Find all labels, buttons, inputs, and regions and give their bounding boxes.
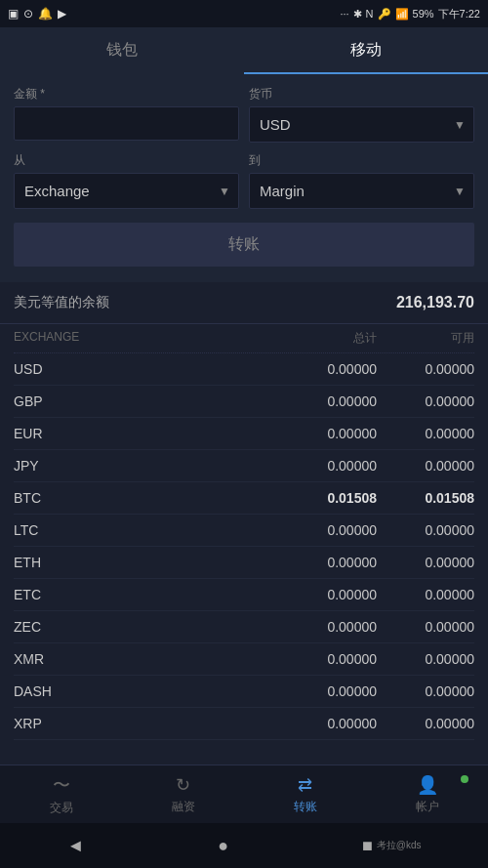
asset-table: EXCHANGE 总计 可用 USD 0.00000 0.00000 GBP 0… [0, 324, 488, 757]
nav-label-account: 帐户 [416, 799, 439, 815]
asset-total: 0.00000 [279, 426, 377, 441]
from-label: 从 [14, 152, 239, 169]
nav-label-trade: 交易 [50, 800, 73, 816]
app-icon-2: ⊙ [23, 7, 33, 21]
main-tab-bar: 钱包 移动 [0, 27, 488, 74]
asset-available: 0.00000 [377, 651, 474, 667]
nav-item-trade[interactable]: 〜 交易 [0, 765, 122, 823]
currency-label: 货币 [249, 86, 474, 103]
asset-total: 0.00000 [279, 458, 377, 474]
table-row: LTC 0.00000 0.00000 [14, 515, 474, 547]
android-navigation: ◄ ● ■ 考拉@kds [0, 823, 488, 868]
status-left-icons: ▣ ⊙ 🔔 ▶ [8, 7, 66, 21]
battery-text: 59% [413, 8, 434, 20]
android-recents-button[interactable]: ■ [362, 836, 373, 856]
table-row: EUR 0.00000 0.00000 [14, 418, 474, 450]
asset-total: 0.00000 [279, 522, 377, 538]
asset-total: 0.00000 [279, 651, 377, 667]
android-back-button[interactable]: ◄ [66, 836, 84, 856]
from-group: 从 Exchange ▼ [14, 152, 239, 209]
transfer-icon: ⇄ [298, 774, 312, 796]
watermark-text: 考拉@kds [377, 839, 422, 852]
signal-icon: 📶 [395, 8, 409, 21]
nfc-icon: N [366, 8, 374, 20]
asset-available: 0.00000 [377, 587, 474, 602]
table-row: BTC 0.01508 0.01508 [14, 482, 474, 515]
nav-item-transfer[interactable]: ⇄ 转账 [244, 765, 366, 823]
currency-group: 货币 USD ▼ [249, 86, 474, 143]
to-label: 到 [249, 152, 474, 169]
table-row: USD 0.00000 0.00000 [14, 353, 474, 386]
transfer-button[interactable]: 转账 [14, 223, 474, 267]
table-rows: USD 0.00000 0.00000 GBP 0.00000 0.00000 … [14, 353, 474, 740]
asset-name: GBP [14, 393, 279, 409]
android-home-button[interactable]: ● [218, 836, 228, 856]
balance-value: 216,193.70 [396, 294, 474, 311]
balance-label: 美元等值的余额 [14, 294, 109, 311]
asset-name: XMR [14, 651, 279, 667]
amount-currency-row: 金额 * 货币 USD ▼ [14, 86, 474, 143]
asset-available: 0.00000 [377, 555, 474, 570]
bluetooth-icon: ✱ [353, 8, 362, 21]
asset-available: 0.00000 [377, 458, 474, 474]
asset-name: LTC [14, 522, 279, 538]
nav-label-funding: 融资 [172, 799, 195, 815]
asset-available: 0.01508 [377, 490, 474, 506]
asset-total: 0.01508 [279, 490, 377, 506]
app-icon-1: ▣ [8, 7, 19, 21]
currency-value: USD [250, 107, 473, 142]
dots-icon: ··· [340, 8, 348, 20]
from-to-row: 从 Exchange ▼ 到 Margin ▼ [14, 152, 474, 209]
nav-item-funding[interactable]: ↻ 融资 [122, 765, 244, 823]
nav-item-account[interactable]: 👤 帐户 [366, 765, 488, 823]
asset-name: DASH [14, 683, 279, 699]
available-col-header: 可用 [377, 330, 474, 347]
table-row: XMR 0.00000 0.00000 [14, 643, 474, 676]
asset-available: 0.00000 [377, 522, 474, 538]
account-online-dot [461, 775, 468, 783]
asset-name: ZEC [14, 619, 279, 635]
table-row: GBP 0.00000 0.00000 [14, 386, 474, 418]
asset-total: 0.00000 [279, 393, 377, 409]
asset-total: 0.00000 [279, 683, 377, 699]
asset-available: 0.00000 [377, 361, 474, 377]
notification-icon: 🔔 [38, 7, 53, 21]
status-bar: ▣ ⊙ 🔔 ▶ ··· ✱ N 🔑 📶 59% 下午7:22 [0, 0, 488, 27]
table-header-row: EXCHANGE 总计 可用 [14, 324, 474, 353]
asset-available: 0.00000 [377, 393, 474, 409]
trade-icon: 〜 [53, 773, 70, 797]
table-row: ETC 0.00000 0.00000 [14, 579, 474, 611]
table-row: ETH 0.00000 0.00000 [14, 547, 474, 579]
amount-label: 金额 * [14, 86, 239, 103]
from-value: Exchange [15, 174, 238, 208]
amount-input[interactable] [14, 106, 239, 141]
status-right-info: ··· ✱ N 🔑 📶 59% 下午7:22 [340, 7, 480, 21]
asset-name: ETC [14, 587, 279, 602]
play-icon: ▶ [58, 7, 66, 21]
currency-select[interactable]: USD ▼ [249, 106, 474, 143]
asset-name: JPY [14, 458, 279, 474]
to-group: 到 Margin ▼ [249, 152, 474, 209]
balance-section: 美元等值的余额 216,193.70 [0, 282, 488, 324]
tab-wallet[interactable]: 钱包 [0, 27, 244, 74]
tab-move[interactable]: 移动 [244, 27, 488, 74]
from-select[interactable]: Exchange ▼ [14, 173, 239, 209]
amount-group: 金额 * [14, 86, 239, 143]
to-select[interactable]: Margin ▼ [249, 173, 474, 209]
asset-total: 0.00000 [279, 716, 377, 731]
asset-name: ETH [14, 555, 279, 570]
asset-name: EUR [14, 426, 279, 441]
android-recents-area: ■ 考拉@kds [362, 836, 422, 856]
asset-total: 0.00000 [279, 361, 377, 377]
account-icon: 👤 [417, 774, 438, 796]
asset-available: 0.00000 [377, 619, 474, 635]
exchange-section-label: EXCHANGE [14, 330, 279, 347]
nav-label-transfer: 转账 [294, 799, 317, 815]
table-row: JPY 0.00000 0.00000 [14, 450, 474, 482]
asset-total: 0.00000 [279, 587, 377, 602]
asset-total: 0.00000 [279, 619, 377, 635]
time-display: 下午7:22 [438, 7, 480, 21]
to-value: Margin [250, 174, 473, 208]
from-arrow-icon: ▼ [219, 185, 230, 198]
asset-available: 0.00000 [377, 426, 474, 441]
